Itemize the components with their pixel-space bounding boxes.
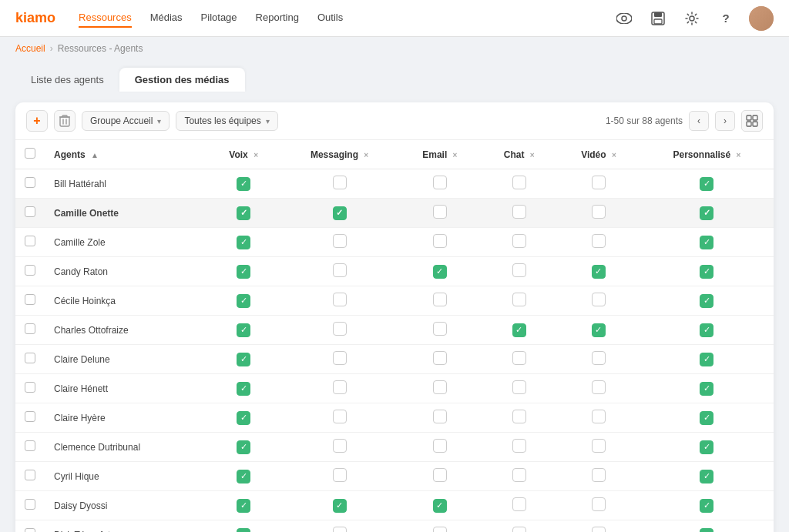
checked-cell[interactable]: ✓ <box>433 499 447 513</box>
chat-cell[interactable] <box>481 199 557 228</box>
unchecked-cell[interactable] <box>433 234 447 248</box>
checked-cell[interactable]: ✓ <box>237 528 250 533</box>
close-chat-icon[interactable]: × <box>530 151 535 159</box>
unchecked-cell[interactable] <box>512 527 526 532</box>
unchecked-cell[interactable] <box>512 380 526 394</box>
messaging-cell[interactable] <box>280 169 398 199</box>
messaging-cell[interactable] <box>280 286 398 316</box>
view-toggle-button[interactable] <box>741 110 763 132</box>
checked-cell[interactable]: ✓ <box>237 265 250 279</box>
email-cell[interactable] <box>398 433 481 462</box>
gear-icon[interactable] <box>681 8 703 29</box>
chat-cell[interactable] <box>481 491 557 520</box>
checked-cell[interactable]: ✓ <box>237 236 250 249</box>
video-cell[interactable] <box>557 199 640 228</box>
next-page-button[interactable]: › <box>715 111 735 131</box>
chat-cell[interactable] <box>481 374 557 403</box>
email-cell[interactable]: ✓ <box>398 491 481 520</box>
unchecked-cell[interactable] <box>433 380 447 394</box>
unchecked-cell[interactable] <box>512 176 526 189</box>
row-checkbox[interactable] <box>25 382 35 393</box>
unchecked-cell[interactable] <box>333 410 347 423</box>
unchecked-cell[interactable] <box>333 380 347 394</box>
email-cell[interactable] <box>398 228 481 257</box>
unchecked-cell[interactable] <box>592 176 606 189</box>
voix-cell[interactable]: ✓ <box>206 169 280 199</box>
personnalise-cell[interactable]: ✓ <box>640 433 774 462</box>
unchecked-cell[interactable] <box>592 497 606 511</box>
row-checkbox[interactable] <box>25 353 35 363</box>
checked-cell[interactable]: ✓ <box>237 177 250 191</box>
unchecked-cell[interactable] <box>433 468 447 482</box>
video-cell[interactable] <box>557 169 640 199</box>
team-dropdown[interactable]: Toutes les équipes ▾ <box>176 111 277 131</box>
checked-cell[interactable]: ✓ <box>237 470 250 483</box>
checked-cell[interactable]: ✓ <box>700 177 713 191</box>
close-voix-icon[interactable]: × <box>253 151 258 159</box>
messaging-cell[interactable] <box>280 345 398 374</box>
chat-cell[interactable] <box>481 403 557 433</box>
personnalise-cell[interactable]: ✓ <box>640 169 774 199</box>
checked-cell[interactable]: ✓ <box>512 323 526 337</box>
unchecked-cell[interactable] <box>333 468 347 482</box>
unchecked-cell[interactable] <box>592 293 606 306</box>
close-video-icon[interactable]: × <box>612 151 616 159</box>
unchecked-cell[interactable] <box>433 410 447 423</box>
voix-cell[interactable]: ✓ <box>206 491 280 520</box>
chat-cell[interactable] <box>481 345 557 374</box>
personnalise-cell[interactable]: ✓ <box>640 199 774 228</box>
personnalise-cell[interactable]: ✓ <box>640 520 774 533</box>
unchecked-cell[interactable] <box>512 351 526 365</box>
nav-item-ressources[interactable]: Ressources <box>79 8 132 28</box>
unchecked-cell[interactable] <box>333 351 347 365</box>
checked-cell[interactable]: ✓ <box>237 353 250 366</box>
personnalise-cell[interactable]: ✓ <box>640 257 774 286</box>
voix-cell[interactable]: ✓ <box>206 257 280 286</box>
checked-cell[interactable]: ✓ <box>700 528 713 533</box>
close-personnalise-icon[interactable]: × <box>737 151 741 159</box>
personnalise-cell[interactable]: ✓ <box>640 403 774 433</box>
checked-cell[interactable]: ✓ <box>237 440 250 454</box>
close-email-icon[interactable]: × <box>453 151 458 159</box>
chat-cell[interactable] <box>481 228 557 257</box>
email-cell[interactable] <box>398 374 481 403</box>
unchecked-cell[interactable] <box>433 293 447 306</box>
video-cell[interactable] <box>557 374 640 403</box>
email-cell[interactable] <box>398 462 481 491</box>
checked-cell[interactable]: ✓ <box>700 499 713 513</box>
unchecked-cell[interactable] <box>512 468 526 482</box>
tab-gestion-medias[interactable]: Gestion des médias <box>119 68 245 92</box>
unchecked-cell[interactable] <box>333 234 347 248</box>
video-cell[interactable] <box>557 345 640 374</box>
checked-cell[interactable]: ✓ <box>237 323 250 337</box>
checked-cell[interactable]: ✓ <box>237 499 250 513</box>
checked-cell[interactable]: ✓ <box>700 382 713 396</box>
messaging-cell[interactable] <box>280 520 398 533</box>
add-button[interactable]: + <box>26 110 48 132</box>
voix-cell[interactable]: ✓ <box>206 345 280 374</box>
messaging-cell[interactable] <box>280 462 398 491</box>
checked-cell[interactable]: ✓ <box>700 265 713 279</box>
unchecked-cell[interactable] <box>512 205 526 219</box>
unchecked-cell[interactable] <box>333 176 347 189</box>
checked-cell[interactable]: ✓ <box>237 411 250 425</box>
video-cell[interactable] <box>557 520 640 533</box>
messaging-cell[interactable]: ✓ <box>280 491 398 520</box>
row-checkbox[interactable] <box>25 411 35 422</box>
messaging-cell[interactable]: ✓ <box>280 199 398 228</box>
select-all-checkbox[interactable] <box>25 148 35 159</box>
tab-liste-agents[interactable]: Liste des agents <box>15 68 119 92</box>
video-cell[interactable]: ✓ <box>557 316 640 345</box>
delete-button[interactable] <box>54 110 76 132</box>
checked-cell[interactable]: ✓ <box>333 206 347 220</box>
unchecked-cell[interactable] <box>433 439 447 453</box>
chat-cell[interactable]: ✓ <box>481 316 557 345</box>
voix-cell[interactable]: ✓ <box>206 433 280 462</box>
unchecked-cell[interactable] <box>433 527 447 532</box>
row-checkbox[interactable] <box>25 206 35 217</box>
unchecked-cell[interactable] <box>592 468 606 482</box>
email-cell[interactable] <box>398 316 481 345</box>
checked-cell[interactable]: ✓ <box>333 499 347 513</box>
email-cell[interactable] <box>398 199 481 228</box>
email-cell[interactable] <box>398 403 481 433</box>
